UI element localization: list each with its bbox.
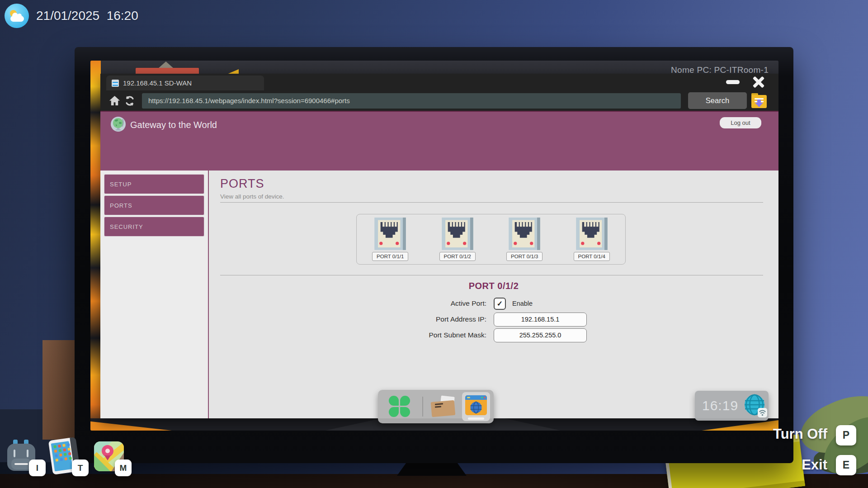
check-icon: ✓ [497, 299, 503, 308]
sidebar: SETUP PORTS SECURITY [100, 171, 209, 418]
globe-icon [110, 116, 126, 134]
wallpaper-stripe [90, 61, 101, 431]
taskbar-dock [378, 390, 494, 423]
browser-window: 192.168.45.1 SD-WAN [100, 74, 778, 418]
network-globe-icon [743, 393, 768, 418]
turn-off-label[interactable]: Turn Off [773, 426, 827, 442]
file-explorer-icon[interactable] [430, 396, 457, 417]
weather-icon[interactable] [5, 4, 29, 28]
sidebar-item-setup[interactable]: SETUP [104, 174, 204, 194]
ip-label: Port Address IP: [344, 315, 494, 323]
inventory-keycap[interactable]: I [29, 460, 46, 476]
active-indicator [468, 417, 484, 420]
subnet-mask-label: Port Subnet Mask: [344, 331, 494, 339]
port-label: PORT 0/1/3 [506, 252, 542, 261]
virtual-screen: Nome PC: PC-ITRoom-1 192.168.45.1 SD-WAN [90, 61, 778, 431]
ports-page: PORTS View all ports of device. [209, 171, 778, 418]
page-title: PORTS [220, 177, 264, 191]
refresh-icon[interactable] [122, 93, 137, 109]
active-port-label: Active Port: [344, 299, 494, 308]
dock-separator [422, 397, 423, 417]
browser-tab[interactable]: 192.168.45.1 SD-WAN [106, 76, 264, 90]
browser-tabbar: 192.168.45.1 SD-WAN [100, 74, 778, 90]
hud-datetime: 21/01/2025 16:20 [5, 4, 138, 28]
port-item[interactable]: PORT 0/1/2 [432, 218, 483, 261]
exit-keycap[interactable]: E [836, 455, 856, 475]
exit-label[interactable]: Exit [802, 457, 827, 473]
browser-toolbar: Search [100, 90, 778, 111]
map-keycap[interactable]: M [115, 460, 132, 476]
divider [220, 202, 763, 203]
minimize-icon[interactable] [726, 80, 740, 84]
sidebar-item-ports[interactable]: PORTS [104, 195, 204, 215]
site-header: Gateway to the World Log out [100, 111, 778, 171]
datetime-label: 21/01/2025 16:20 [36, 9, 138, 23]
port-item[interactable]: PORT 0/1/4 [566, 218, 617, 261]
start-menu-icon[interactable] [389, 396, 410, 417]
port-label: PORT 0/1/4 [574, 252, 610, 261]
site-title: Gateway to the World [130, 120, 217, 130]
taskbar-clock: 16:19 [702, 398, 738, 413]
tab-title: 192.168.45.1 SD-WAN [123, 79, 192, 87]
turn-off-keycap[interactable]: P [836, 425, 856, 445]
browser-app-active[interactable] [462, 392, 490, 421]
ethernet-port-icon [374, 218, 406, 251]
port-label: PORT 0/1/2 [439, 252, 476, 261]
active-port-checkbox[interactable]: ✓ [494, 298, 506, 310]
ip-input[interactable] [494, 313, 587, 327]
sidebar-item-security[interactable]: SECURITY [104, 217, 204, 237]
game-scene: Nome PC: PC-ITRoom-1 192.168.45.1 SD-WAN [0, 0, 868, 488]
ethernet-port-icon [442, 218, 473, 251]
ethernet-port-icon [509, 218, 540, 251]
taskbar-clock-widget: 16:19 [695, 391, 769, 421]
page-subtitle: View all ports of device. [220, 193, 284, 200]
bookmarks-folder-icon[interactable] [751, 93, 767, 108]
ethernet-port-icon [576, 218, 608, 251]
port-label: PORT 0/1/1 [372, 252, 408, 261]
logout-button[interactable]: Log out [720, 117, 761, 128]
search-button[interactable]: Search [688, 92, 747, 109]
site-content: SETUP PORTS SECURITY PORTS View all port… [100, 171, 778, 418]
browser-app-icon [465, 395, 487, 415]
monitor-stand [397, 462, 467, 476]
tablet-keycap[interactable]: T [72, 460, 89, 476]
url-input[interactable] [142, 93, 681, 109]
divider [220, 275, 763, 275]
enable-label: Enable [512, 300, 533, 307]
port-detail-panel: PORT 0/1/2 Active Port: ✓ Enable Port Ad… [344, 281, 643, 291]
subnet-mask-input[interactable] [494, 328, 587, 342]
port-detail-title: PORT 0/1/2 [344, 281, 643, 291]
wallpaper-shape [158, 62, 174, 68]
port-item[interactable]: PORT 0/1/3 [499, 218, 550, 261]
ports-group: PORT 0/1/1 PORT 0/1/2 [356, 214, 626, 265]
browser-favicon-icon [112, 80, 119, 87]
close-icon[interactable] [751, 75, 766, 89]
port-item[interactable]: PORT 0/1/1 [365, 218, 415, 261]
home-icon[interactable] [107, 93, 122, 109]
